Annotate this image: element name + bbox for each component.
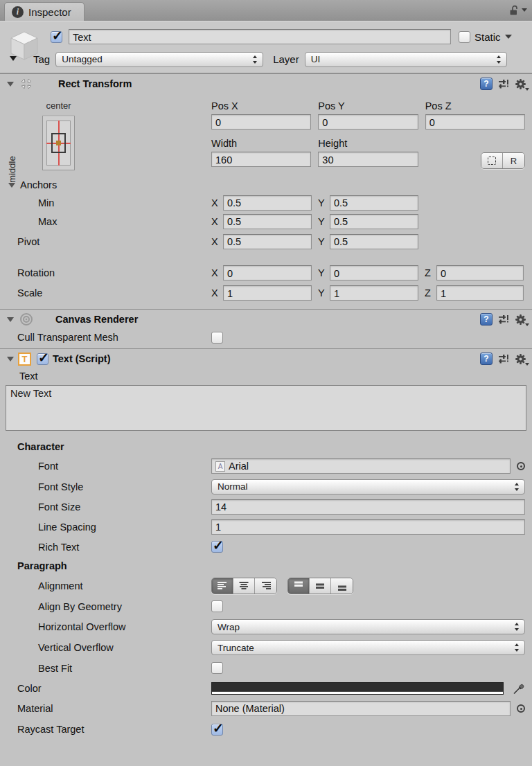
anchor-max-y-field[interactable]	[330, 214, 418, 229]
horizontal-overflow-label: Horizontal Overflow	[17, 621, 211, 632]
gear-icon[interactable]	[515, 314, 526, 326]
font-style-dropdown[interactable]: Normal	[211, 479, 525, 495]
foldout-triangle[interactable]	[7, 317, 14, 322]
help-icon[interactable]	[480, 78, 493, 90]
text-value-label: Text	[19, 371, 38, 382]
tab-menu-caret[interactable]	[522, 8, 527, 12]
text-enabled-checkbox[interactable]	[37, 353, 48, 365]
gameobject-cube-icon[interactable]	[8, 30, 40, 64]
scale-y-field[interactable]	[330, 285, 418, 301]
vertical-overflow-dropdown[interactable]: Truncate	[211, 640, 525, 655]
canvas-renderer-header: Canvas Renderer	[0, 309, 532, 329]
pos-x-field[interactable]	[211, 114, 311, 130]
horizontal-overflow-value: Wrap	[218, 622, 240, 632]
x-axis-label: X	[211, 236, 223, 247]
align-by-geometry-checkbox[interactable]	[211, 600, 223, 612]
font-object-field[interactable]: Arial	[211, 458, 511, 474]
presets-icon[interactable]	[498, 353, 509, 364]
cull-transparent-mesh-checkbox[interactable]	[211, 332, 223, 344]
width-field[interactable]	[211, 152, 311, 167]
updown-arrows-icon	[514, 623, 520, 631]
tag-dropdown[interactable]: Untagged	[55, 52, 263, 67]
component-title: Text (Script)	[53, 353, 111, 364]
scale-z-field[interactable]	[436, 285, 524, 301]
name-field[interactable]	[69, 29, 451, 44]
font-size-field[interactable]	[211, 499, 525, 515]
object-picker-icon[interactable]	[517, 462, 525, 470]
presets-icon[interactable]	[498, 314, 509, 325]
updown-arrows-icon	[514, 643, 520, 652]
y-axis-label: Y	[318, 197, 330, 208]
foldout-triangle[interactable]	[7, 357, 14, 362]
raycast-target-label: Raycast Target	[17, 724, 211, 735]
tab-inspector[interactable]: Inspector	[4, 2, 85, 21]
alpha-strip	[212, 691, 503, 694]
align-center-button[interactable]	[233, 578, 255, 594]
rich-text-checkbox[interactable]	[211, 541, 223, 553]
pos-z-field[interactable]	[425, 114, 525, 130]
gear-icon[interactable]	[515, 353, 526, 365]
rect-transform-header: Rect Transform	[0, 73, 532, 93]
anchor-max-x-field[interactable]	[223, 214, 312, 229]
anchor-vertical-label: middle	[7, 149, 17, 190]
height-label: Height	[318, 135, 418, 149]
z-axis-label: Z	[425, 267, 436, 278]
scale-x-field[interactable]	[223, 285, 312, 301]
rich-text-label: Rich Text	[17, 542, 211, 553]
material-object-field[interactable]: None (Material)	[211, 701, 511, 716]
pos-y-field[interactable]	[318, 114, 418, 130]
presets-icon[interactable]	[498, 78, 509, 89]
text-value-area[interactable]: New Text	[6, 385, 526, 431]
gameobject-header: Static Tag Untagged Layer UI	[0, 21, 532, 73]
anchor-pivot-dot	[56, 141, 61, 145]
component-title: Canvas Renderer	[55, 314, 138, 325]
anchor-horizontal-label: center	[42, 100, 75, 111]
align-middle-button[interactable]	[310, 578, 331, 594]
active-checkbox[interactable]	[51, 31, 62, 43]
rotation-x-field[interactable]	[223, 265, 312, 280]
tag-value: Untagged	[62, 54, 103, 64]
gear-icon[interactable]	[515, 78, 526, 90]
height-field[interactable]	[318, 152, 418, 167]
vertical-overflow-value: Truncate	[218, 643, 254, 653]
y-axis-label: Y	[318, 236, 330, 247]
rotation-z-field[interactable]	[436, 265, 524, 280]
align-top-button[interactable]	[288, 578, 310, 594]
align-left-button[interactable]	[212, 578, 233, 594]
help-icon[interactable]	[480, 313, 493, 326]
font-value: Arial	[229, 461, 249, 472]
pivot-x-field[interactable]	[223, 234, 312, 249]
width-label: Width	[211, 135, 311, 149]
anchor-preset-button[interactable]	[42, 116, 75, 170]
align-right-button[interactable]	[255, 578, 276, 594]
rotation-y-field[interactable]	[330, 265, 418, 280]
inspector-tab-bar: Inspector	[0, 0, 532, 21]
raw-edit-mode-button[interactable]: R	[503, 153, 524, 168]
canvas-renderer-icon	[19, 312, 33, 326]
anchor-min-x-field[interactable]	[223, 195, 312, 211]
eyedropper-icon[interactable]	[513, 682, 525, 695]
blueprint-mode-button[interactable]	[481, 153, 503, 168]
horizontal-overflow-dropdown[interactable]: Wrap	[211, 619, 525, 634]
static-dropdown-caret[interactable]	[505, 35, 512, 39]
pivot-y-field[interactable]	[330, 234, 418, 249]
foldout-triangle[interactable]	[7, 82, 14, 87]
raycast-target-checkbox[interactable]	[211, 724, 223, 736]
anchor-min-y-field[interactable]	[330, 195, 418, 211]
tab-title: Inspector	[28, 6, 71, 18]
color-swatch[interactable]	[211, 682, 504, 695]
best-fit-checkbox[interactable]	[211, 662, 223, 674]
pos-x-label: Pos X	[211, 98, 311, 112]
lock-icon[interactable]	[509, 5, 519, 15]
text-component-icon: T	[18, 353, 31, 366]
align-bottom-button[interactable]	[331, 578, 353, 594]
help-icon[interactable]	[480, 353, 493, 365]
pos-z-label: Pos Z	[425, 98, 525, 112]
static-checkbox[interactable]	[459, 31, 470, 43]
line-spacing-field[interactable]	[211, 519, 525, 535]
layer-dropdown[interactable]: UI	[305, 52, 507, 67]
align-by-geometry-label: Align By Geometry	[17, 601, 211, 612]
object-picker-icon[interactable]	[517, 704, 525, 713]
y-axis-label: Y	[318, 267, 330, 278]
x-axis-label: X	[211, 216, 223, 227]
